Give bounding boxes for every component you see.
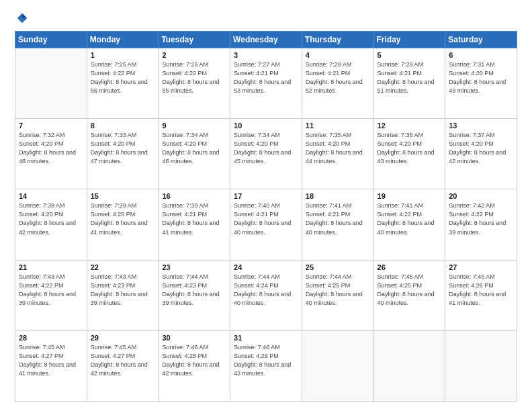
calendar-header-row: SundayMondayTuesdayWednesdayThursdayFrid…: [15, 32, 517, 48]
day-info: Sunrise: 7:41 AMSunset: 4:21 PMDaylight:…: [306, 201, 370, 236]
day-number: 27: [449, 263, 513, 271]
day-number: 10: [234, 122, 298, 130]
day-number: 17: [234, 192, 298, 200]
day-number: 21: [19, 263, 83, 271]
calendar-cell: 22Sunrise: 7:43 AMSunset: 4:23 PMDayligh…: [87, 260, 159, 330]
day-info: Sunrise: 7:43 AMSunset: 4:23 PMDaylight:…: [91, 273, 155, 308]
day-info: Sunrise: 7:45 AMSunset: 4:26 PMDaylight:…: [449, 273, 513, 308]
day-info: Sunrise: 7:39 AMSunset: 4:20 PMDaylight:…: [91, 201, 155, 236]
svg-marker-1: [22, 13, 27, 18]
calendar-header-sunday: Sunday: [15, 32, 87, 48]
day-info: Sunrise: 7:31 AMSunset: 4:20 PMDaylight:…: [449, 60, 513, 95]
day-number: 29: [91, 334, 155, 342]
calendar-cell: 1Sunrise: 7:25 AMSunset: 4:22 PMDaylight…: [87, 48, 159, 119]
day-info: Sunrise: 7:45 AMSunset: 4:27 PMDaylight:…: [91, 343, 155, 378]
day-info: Sunrise: 7:46 AMSunset: 4:29 PMDaylight:…: [234, 343, 298, 378]
calendar-cell: 13Sunrise: 7:37 AMSunset: 4:20 PMDayligh…: [445, 119, 517, 189]
day-number: 19: [378, 192, 442, 200]
calendar-cell: 24Sunrise: 7:44 AMSunset: 4:24 PMDayligh…: [230, 260, 302, 330]
day-number: 4: [306, 51, 370, 59]
day-info: Sunrise: 7:45 AMSunset: 4:27 PMDaylight:…: [19, 343, 83, 378]
header: [15, 12, 517, 24]
day-number: 26: [378, 263, 442, 271]
day-number: 13: [449, 122, 513, 130]
day-number: 11: [306, 122, 370, 130]
day-number: 30: [162, 334, 226, 342]
calendar-cell: 23Sunrise: 7:44 AMSunset: 4:23 PMDayligh…: [159, 260, 230, 330]
day-info: Sunrise: 7:44 AMSunset: 4:23 PMDaylight:…: [162, 273, 226, 308]
day-number: 31: [234, 334, 298, 342]
day-info: Sunrise: 7:42 AMSunset: 4:22 PMDaylight:…: [449, 201, 513, 236]
calendar-cell: 18Sunrise: 7:41 AMSunset: 4:21 PMDayligh…: [302, 189, 373, 260]
calendar-cell: 25Sunrise: 7:44 AMSunset: 4:25 PMDayligh…: [302, 260, 373, 330]
calendar-cell: 12Sunrise: 7:36 AMSunset: 4:20 PMDayligh…: [373, 119, 445, 189]
day-info: Sunrise: 7:36 AMSunset: 4:20 PMDaylight:…: [378, 131, 442, 166]
day-number: 14: [19, 192, 83, 200]
calendar-cell: 7Sunrise: 7:32 AMSunset: 4:20 PMDaylight…: [15, 119, 87, 189]
calendar-header-wednesday: Wednesday: [230, 32, 302, 48]
day-number: 1: [91, 51, 155, 59]
calendar-cell: 15Sunrise: 7:39 AMSunset: 4:20 PMDayligh…: [87, 189, 159, 260]
day-info: Sunrise: 7:38 AMSunset: 4:20 PMDaylight:…: [19, 201, 83, 236]
day-info: Sunrise: 7:28 AMSunset: 4:21 PMDaylight:…: [306, 60, 370, 95]
day-info: Sunrise: 7:46 AMSunset: 4:28 PMDaylight:…: [162, 343, 226, 378]
calendar-cell: 10Sunrise: 7:34 AMSunset: 4:20 PMDayligh…: [230, 119, 302, 189]
day-number: 16: [162, 192, 226, 200]
logo-icon: [16, 12, 28, 24]
logo: [15, 12, 28, 24]
day-info: Sunrise: 7:40 AMSunset: 4:21 PMDaylight:…: [234, 201, 298, 236]
calendar-header-tuesday: Tuesday: [159, 32, 230, 48]
calendar-header-thursday: Thursday: [302, 32, 373, 48]
day-number: 5: [378, 51, 442, 59]
day-info: Sunrise: 7:26 AMSunset: 4:22 PMDaylight:…: [162, 60, 226, 95]
day-info: Sunrise: 7:27 AMSunset: 4:21 PMDaylight:…: [234, 60, 298, 95]
calendar-cell: 6Sunrise: 7:31 AMSunset: 4:20 PMDaylight…: [445, 48, 517, 119]
calendar-cell: 17Sunrise: 7:40 AMSunset: 4:21 PMDayligh…: [230, 189, 302, 260]
calendar-cell: 27Sunrise: 7:45 AMSunset: 4:26 PMDayligh…: [445, 260, 517, 330]
calendar-table: SundayMondayTuesdayWednesdayThursdayFrid…: [15, 31, 517, 402]
day-number: 28: [19, 334, 83, 342]
day-number: 18: [306, 192, 370, 200]
calendar-cell: 4Sunrise: 7:28 AMSunset: 4:21 PMDaylight…: [302, 48, 373, 119]
day-number: 6: [449, 51, 513, 59]
day-number: 20: [449, 192, 513, 200]
day-info: Sunrise: 7:25 AMSunset: 4:22 PMDaylight:…: [91, 60, 155, 95]
calendar-cell: 8Sunrise: 7:33 AMSunset: 4:20 PMDaylight…: [87, 119, 159, 189]
day-number: 24: [234, 263, 298, 271]
calendar-cell: [373, 330, 445, 401]
day-number: 25: [306, 263, 370, 271]
calendar-cell: [445, 330, 517, 401]
day-number: 15: [91, 192, 155, 200]
calendar-cell: [302, 330, 373, 401]
calendar-cell: 5Sunrise: 7:29 AMSunset: 4:21 PMDaylight…: [373, 48, 445, 119]
calendar-cell: 26Sunrise: 7:45 AMSunset: 4:25 PMDayligh…: [373, 260, 445, 330]
day-number: 22: [91, 263, 155, 271]
calendar-cell: 2Sunrise: 7:26 AMSunset: 4:22 PMDaylight…: [159, 48, 230, 119]
day-number: 7: [19, 122, 83, 130]
calendar-cell: 28Sunrise: 7:45 AMSunset: 4:27 PMDayligh…: [15, 330, 87, 401]
calendar-cell: 29Sunrise: 7:45 AMSunset: 4:27 PMDayligh…: [87, 330, 159, 401]
day-number: 2: [162, 51, 226, 59]
calendar-header-friday: Friday: [373, 32, 445, 48]
day-info: Sunrise: 7:43 AMSunset: 4:22 PMDaylight:…: [19, 273, 83, 308]
day-info: Sunrise: 7:34 AMSunset: 4:20 PMDaylight:…: [162, 131, 226, 166]
day-info: Sunrise: 7:34 AMSunset: 4:20 PMDaylight:…: [234, 131, 298, 166]
calendar-cell: 30Sunrise: 7:46 AMSunset: 4:28 PMDayligh…: [159, 330, 230, 401]
day-number: 8: [91, 122, 155, 130]
day-number: 3: [234, 51, 298, 59]
page: SundayMondayTuesdayWednesdayThursdayFrid…: [0, 0, 532, 411]
calendar-cell: 20Sunrise: 7:42 AMSunset: 4:22 PMDayligh…: [445, 189, 517, 260]
day-number: 23: [162, 263, 226, 271]
day-info: Sunrise: 7:32 AMSunset: 4:20 PMDaylight:…: [19, 131, 83, 166]
day-info: Sunrise: 7:29 AMSunset: 4:21 PMDaylight:…: [378, 60, 442, 95]
day-info: Sunrise: 7:45 AMSunset: 4:25 PMDaylight:…: [378, 273, 442, 308]
day-info: Sunrise: 7:44 AMSunset: 4:25 PMDaylight:…: [306, 273, 370, 308]
calendar-cell: 19Sunrise: 7:41 AMSunset: 4:22 PMDayligh…: [373, 189, 445, 260]
day-info: Sunrise: 7:44 AMSunset: 4:24 PMDaylight:…: [234, 273, 298, 308]
day-number: 9: [162, 122, 226, 130]
day-info: Sunrise: 7:39 AMSunset: 4:21 PMDaylight:…: [162, 201, 226, 236]
calendar-cell: 14Sunrise: 7:38 AMSunset: 4:20 PMDayligh…: [15, 189, 87, 260]
day-info: Sunrise: 7:35 AMSunset: 4:20 PMDaylight:…: [306, 131, 370, 166]
calendar-header-saturday: Saturday: [445, 32, 517, 48]
calendar-cell: [15, 48, 87, 119]
